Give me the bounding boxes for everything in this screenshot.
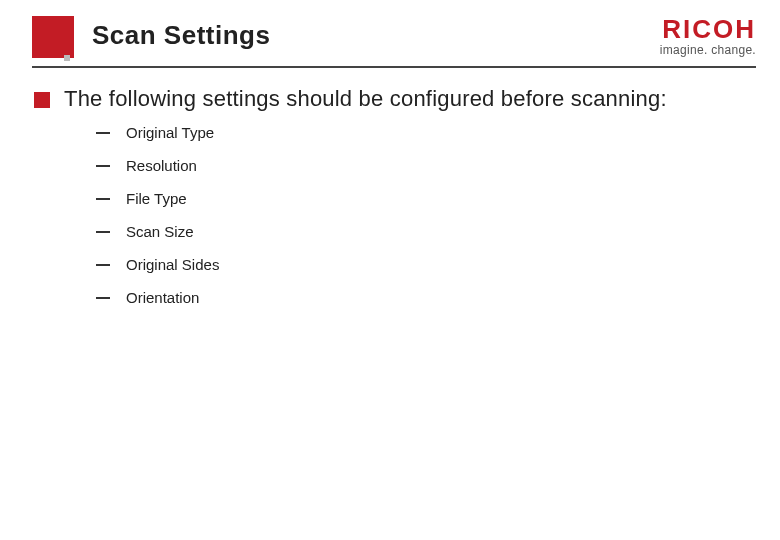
settings-list: Original Type Resolution File Type Scan … (96, 124, 750, 306)
title-accent-icon (32, 16, 74, 58)
list-item-label: File Type (126, 190, 187, 207)
intro-text: The following settings should be configu… (64, 86, 667, 112)
intro-bullet: The following settings should be configu… (34, 86, 750, 112)
list-item-label: Orientation (126, 289, 199, 306)
dash-icon (96, 264, 110, 266)
list-item: File Type (96, 190, 750, 207)
list-item: Original Sides (96, 256, 750, 273)
dash-icon (96, 231, 110, 233)
dash-icon (96, 165, 110, 167)
dash-icon (96, 297, 110, 299)
list-item-label: Scan Size (126, 223, 194, 240)
title-group: Scan Settings (32, 14, 270, 58)
list-item: Resolution (96, 157, 750, 174)
brand-logo-text: RICOH (660, 14, 756, 45)
brand-tagline: imagine. change. (660, 43, 756, 57)
dash-icon (96, 132, 110, 134)
list-item: Scan Size (96, 223, 750, 240)
list-item: Orientation (96, 289, 750, 306)
square-bullet-icon (34, 92, 50, 108)
content-area: The following settings should be configu… (34, 86, 750, 322)
list-item-label: Original Sides (126, 256, 219, 273)
dash-icon (96, 198, 110, 200)
header-divider (32, 66, 756, 68)
slide: Scan Settings RICOH imagine. change. The… (0, 0, 780, 540)
page-title: Scan Settings (92, 20, 270, 51)
list-item-label: Original Type (126, 124, 214, 141)
list-item: Original Type (96, 124, 750, 141)
list-item-label: Resolution (126, 157, 197, 174)
brand-block: RICOH imagine. change. (660, 14, 756, 57)
header-row: Scan Settings RICOH imagine. change. (32, 14, 756, 60)
